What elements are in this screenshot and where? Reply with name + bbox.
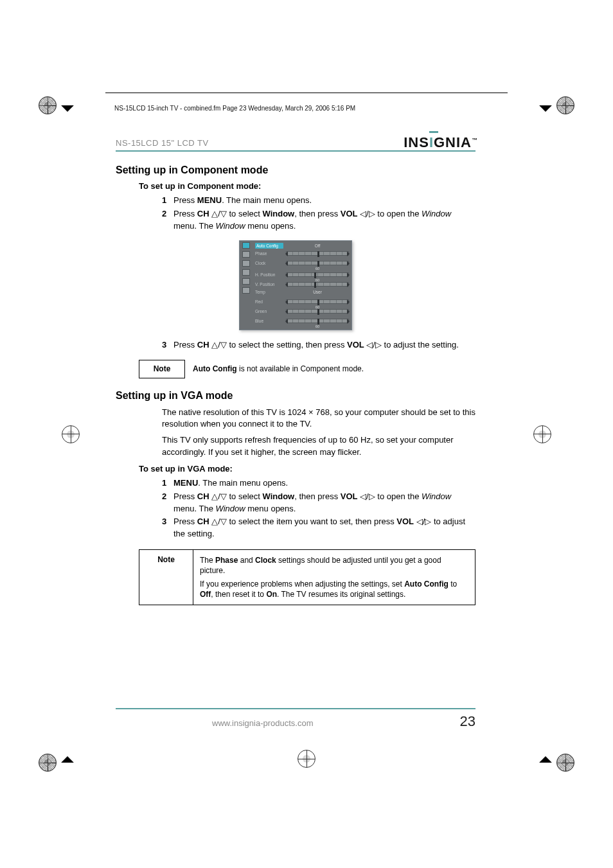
step-item: 1 MENU. The main menu opens. [162, 477, 475, 490]
triangle-left-icon [285, 309, 288, 314]
footer-url: www.insignia-products.com [212, 718, 314, 728]
arrow-corner-icon [540, 757, 551, 768]
steps-list-vga: 1 MENU. The main menu opens. 2 Press CH … [162, 477, 475, 540]
osd-setting-row: Green [255, 308, 349, 315]
steps-list-component-cont: 3 Press CH △/▽ to select the setting, th… [162, 339, 475, 351]
registration-mark-icon [298, 750, 315, 768]
triangle-right-icon [347, 272, 350, 278]
step-item: 3 Press CH △/▽ to select the item you wa… [162, 516, 475, 540]
osd-setting-row: V. Position [255, 281, 349, 288]
registration-mark-icon [533, 425, 551, 443]
step-item: 1 Press MENU. The main menu opens. [162, 195, 475, 207]
triangle-left-icon [285, 261, 288, 266]
osd-setting-row: Red60 [255, 296, 349, 308]
vga-paragraph-1: The native resolution of this TV is 1024… [162, 407, 475, 431]
note-label: Note [139, 550, 193, 605]
osd-setting-label: Temp [255, 290, 283, 294]
macron-accent-icon [429, 131, 438, 133]
osd-setting-row: Blue60 [255, 315, 349, 327]
osd-setting-label: V. Position [255, 282, 283, 287]
osd-slider [286, 251, 349, 256]
osd-tab-icon [242, 260, 250, 267]
file-info-text: NS-15LCD 15-inch TV - combined.fm Page 2… [114, 105, 355, 112]
osd-tab-icon [242, 278, 250, 285]
arrow-corner-icon [62, 757, 73, 768]
trademark-symbol: ™ [472, 137, 478, 143]
osd-slider [286, 309, 349, 314]
osd-setting-row: H. Position60 [255, 269, 349, 281]
section-heading-vga: Setting up in VGA mode [116, 390, 475, 402]
osd-setting-label: Blue [255, 319, 283, 323]
crop-mark-top-right [540, 96, 574, 114]
step-text: Press CH △/▽ to select the item you want… [173, 516, 475, 540]
osd-setting-label: Phase [255, 251, 283, 256]
arrow-corner-icon [540, 100, 551, 111]
crop-mark-top-left [39, 96, 73, 114]
step-item: 2 Press CH △/▽ to select Window, then pr… [162, 208, 475, 233]
osd-setting-label: Red [255, 299, 283, 304]
osd-setting-row: Phase [255, 250, 349, 258]
triangle-right-icon [347, 319, 350, 324]
osd-setting-label: Clock [255, 261, 283, 265]
arrow-corner-icon [62, 100, 73, 111]
step-number: 2 [162, 491, 173, 515]
note-label: Note [139, 360, 185, 378]
osd-slider: 60 [286, 299, 349, 304]
note-paragraph: The Phase and Clock settings should be a… [200, 555, 468, 576]
step-item: 3 Press CH △/▽ to select the setting, th… [162, 339, 475, 351]
osd-tab-icon [242, 242, 250, 249]
osd-setting-value: User [286, 290, 349, 294]
osd-tab-icon [242, 251, 250, 258]
section-heading-component: Setting up in Component mode [116, 164, 475, 176]
osd-setting-label: Auto Config [255, 243, 283, 249]
registration-mark-icon [556, 96, 574, 114]
step-text: Press CH △/▽ to select the setting, then… [173, 339, 475, 351]
osd-setting-label: Green [255, 309, 283, 314]
osd-slider-value: 60 [287, 324, 348, 328]
triangle-left-icon [285, 299, 288, 305]
slider-knob-icon [317, 261, 319, 267]
step-item: 2 Press CH △/▽ to select Window, then pr… [162, 491, 475, 515]
slider-knob-icon [317, 299, 319, 305]
brand-logo: INSIGNIA™ [404, 134, 478, 151]
note-body: The Phase and Clock settings should be a… [193, 550, 475, 605]
step-number: 1 [162, 477, 173, 490]
osd-slider: 60 [286, 272, 349, 277]
triangle-right-icon [347, 299, 350, 305]
osd-slider [286, 282, 349, 287]
registration-mark-icon [556, 754, 574, 772]
step-number: 3 [162, 516, 173, 540]
step-text: Press CH △/▽ to select Window, then pres… [173, 491, 475, 515]
vga-paragraph-2: This TV only supports refresh frequencie… [162, 434, 475, 459]
osd-setting-row: Clock60 [255, 258, 349, 269]
step-text: Press MENU. The main menu opens. [173, 195, 475, 207]
osd-tab-icon [242, 269, 250, 276]
note-paragraph: If you experience problems when adjustin… [200, 579, 468, 599]
triangle-left-icon [285, 282, 288, 287]
registration-mark-icon [39, 96, 57, 114]
osd-setting-value: Off [286, 244, 349, 248]
sub-heading-component: To set up in Component mode: [139, 181, 475, 191]
triangle-left-icon [285, 272, 288, 278]
osd-sidebar-icons [240, 241, 253, 330]
step-number: 3 [162, 339, 173, 351]
osd-slider: 60 [286, 261, 349, 265]
slider-knob-icon [317, 251, 319, 257]
triangle-left-icon [285, 319, 288, 324]
note-box-1: Note Auto Config is not available in Com… [139, 360, 475, 378]
triangle-right-icon [347, 251, 350, 256]
steps-list-component: 1 Press MENU. The main menu opens. 2 Pre… [162, 195, 475, 233]
note-body: Auto Config is not available in Componen… [185, 360, 475, 378]
triangle-right-icon [347, 282, 350, 287]
osd-window-menu: Auto ConfigOffPhaseClock60H. Position60V… [239, 240, 352, 330]
brand-part-1: INS [404, 134, 429, 150]
registration-mark-icon [62, 425, 80, 443]
note-box-2: Note The Phase and Clock settings should… [139, 549, 475, 605]
osd-setting-row: Auto ConfigOff [255, 242, 349, 250]
brand-accent-letter: I [429, 134, 434, 150]
crop-mark-bottom-right [540, 754, 574, 772]
osd-slider-value: 60 [287, 267, 348, 270]
page-content: NS-15LCD 15" LCD TV INSIGNIA™ Setting up… [116, 138, 475, 612]
slider-knob-icon [314, 282, 316, 288]
osd-slider: 60 [286, 319, 349, 323]
